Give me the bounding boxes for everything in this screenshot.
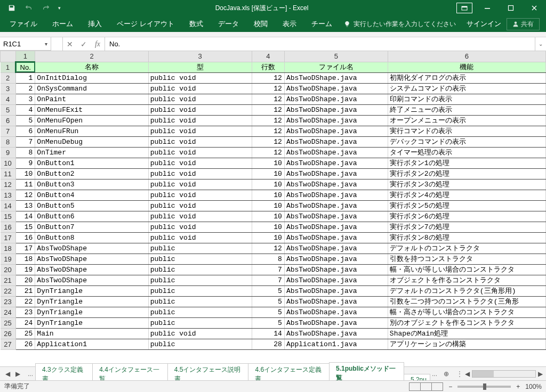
cell[interactable]: AbsTwoDShape.java: [284, 243, 388, 254]
cell[interactable]: 10: [252, 190, 284, 200]
hscroll-right-icon[interactable]: ▶: [538, 370, 543, 378]
ribbon-tab-3[interactable]: ページ レイアウト: [109, 16, 182, 32]
cell[interactable]: public void: [148, 200, 252, 211]
cell[interactable]: AbsTwoDShape: [35, 254, 148, 264]
cell[interactable]: OnMenuFExit: [35, 104, 148, 115]
cell[interactable]: 21: [15, 285, 35, 296]
field-header[interactable]: 型: [148, 62, 252, 72]
cell[interactable]: AbsTwoDShape.java: [284, 307, 388, 317]
sign-in-link[interactable]: サインイン: [467, 19, 501, 29]
cell[interactable]: 12: [252, 115, 284, 126]
column-header[interactable]: 3: [148, 51, 252, 62]
cell[interactable]: 12: [252, 243, 284, 254]
sheet-nav-prev-icon[interactable]: ◀: [3, 369, 12, 379]
cell[interactable]: 10: [252, 179, 284, 190]
cell[interactable]: 8: [252, 254, 284, 264]
cell[interactable]: DynTriangle: [35, 317, 148, 328]
field-header[interactable]: 行数: [252, 62, 284, 72]
cell[interactable]: public: [148, 307, 252, 317]
row-header[interactable]: 22: [1, 285, 16, 296]
ribbon-tab-2[interactable]: 挿入: [81, 16, 109, 32]
cell[interactable]: 12: [252, 147, 284, 158]
cell[interactable]: 実行ボタン1の処理: [388, 158, 545, 168]
row-header[interactable]: 19: [1, 254, 16, 264]
cell[interactable]: AbsTwoDShape.java: [284, 83, 388, 94]
cell[interactable]: public: [148, 275, 252, 285]
cell[interactable]: public void: [148, 179, 252, 190]
cell[interactable]: OnMenuFOpen: [35, 115, 148, 126]
cell[interactable]: 終了メニューの表示: [388, 104, 545, 115]
enter-formula-icon[interactable]: ✓: [77, 40, 91, 48]
cell[interactable]: 8: [15, 147, 35, 158]
cell[interactable]: 実行ボタン7の処理: [388, 222, 545, 232]
cell[interactable]: AbsTwoDShape.java: [284, 126, 388, 136]
row-header[interactable]: 11: [1, 168, 16, 179]
row-header[interactable]: 25: [1, 317, 16, 328]
redo-icon[interactable]: [38, 2, 53, 14]
cell[interactable]: 印刷コマンドの表示: [388, 94, 545, 104]
cell[interactable]: 12: [15, 190, 35, 200]
ribbon-display-options-icon[interactable]: [456, 3, 472, 13]
share-button[interactable]: 共有: [507, 18, 540, 30]
cell[interactable]: public void: [148, 72, 252, 83]
cell[interactable]: 19: [15, 264, 35, 275]
expand-formula-bar-icon[interactable]: ⌄: [535, 37, 546, 51]
cell[interactable]: 22: [15, 296, 35, 307]
cell[interactable]: AbsTwoDShape: [35, 264, 148, 275]
new-sheet-button[interactable]: ⊕: [439, 370, 453, 378]
cell[interactable]: 5: [252, 285, 284, 296]
cell[interactable]: 2: [15, 83, 35, 94]
cell[interactable]: アプリケーションの構築: [388, 339, 545, 349]
cell[interactable]: OnMenuFRun: [35, 126, 148, 136]
cell[interactable]: AbsTwoDShape.java: [284, 115, 388, 126]
row-header[interactable]: 14: [1, 200, 16, 211]
row-header[interactable]: 7: [1, 126, 16, 136]
cell[interactable]: 7: [15, 136, 35, 147]
cell[interactable]: public void: [148, 190, 252, 200]
cell[interactable]: public void: [148, 232, 252, 243]
row-header[interactable]: 27: [1, 339, 16, 349]
cell[interactable]: DynTriangle: [35, 307, 148, 317]
cell[interactable]: 幅・高さが等しい場合のコンストラクタ: [388, 307, 545, 317]
row-header[interactable]: 3: [1, 83, 16, 94]
ribbon-tab-5[interactable]: データ: [211, 16, 246, 32]
cell[interactable]: AbsTwoDShape.java: [284, 317, 388, 328]
field-header[interactable]: 機能: [388, 62, 545, 72]
cell[interactable]: 10: [252, 200, 284, 211]
cell[interactable]: オブジェクトを作るコンストラクタ: [388, 275, 545, 285]
cell[interactable]: オープンメニューの表示: [388, 115, 545, 126]
cell[interactable]: 5: [252, 307, 284, 317]
cell[interactable]: 引数を二つ持つのコンストラクタ(三角形: [388, 296, 545, 307]
row-header[interactable]: 4: [1, 94, 16, 104]
ribbon-tab-8[interactable]: チーム: [304, 16, 340, 32]
cell[interactable]: 5: [252, 317, 284, 328]
cell[interactable]: DynTriangle: [35, 285, 148, 296]
cell[interactable]: DynTriangle: [35, 296, 148, 307]
cell[interactable]: 6: [15, 126, 35, 136]
cell[interactable]: 別のオブジェクトを作るコンストラクタ: [388, 317, 545, 328]
cell[interactable]: 16: [15, 232, 35, 243]
row-header[interactable]: 16: [1, 222, 16, 232]
cell[interactable]: 5: [252, 296, 284, 307]
cell[interactable]: AbsTwoDShape.java: [284, 200, 388, 211]
qat-customize-icon[interactable]: ▾: [55, 2, 63, 14]
sheet-tabs-overflow-left[interactable]: ...: [26, 370, 35, 378]
cell[interactable]: AbsTwoDShape.java: [284, 136, 388, 147]
cell[interactable]: 引数を持つコンストラクタ: [388, 254, 545, 264]
cell[interactable]: AbsTwoDShape.java: [284, 211, 388, 222]
cell[interactable]: 13: [15, 200, 35, 211]
sheet-nav-next-icon[interactable]: ▶: [13, 369, 22, 379]
cell[interactable]: OnButton8: [35, 232, 148, 243]
cell[interactable]: 実行ボタン8の処理: [388, 232, 545, 243]
minimize-button[interactable]: [476, 0, 499, 16]
cell[interactable]: OnTimer: [35, 147, 148, 158]
cancel-formula-icon[interactable]: ✕: [63, 40, 77, 48]
row-header[interactable]: 1: [1, 62, 16, 72]
cell[interactable]: 幅・高いが等しい場合のコンストラクタ: [388, 264, 545, 275]
insert-function-icon[interactable]: fx: [91, 40, 105, 48]
row-header[interactable]: 23: [1, 296, 16, 307]
column-header[interactable]: 2: [35, 51, 148, 62]
row-header[interactable]: 13: [1, 190, 16, 200]
row-header[interactable]: 18: [1, 243, 16, 254]
sheet-tabs-overflow-right[interactable]: ...: [430, 370, 439, 378]
